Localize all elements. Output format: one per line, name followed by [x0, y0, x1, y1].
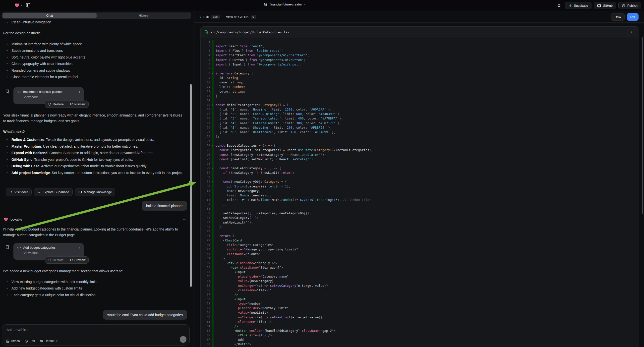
file-header[interactable]: src/components/budget/BudgetCategories.t…: [201, 27, 639, 38]
line-number: 34: [203, 189, 210, 193]
code-line: 58 <Input: [203, 297, 639, 302]
view-on-github-button[interactable]: View on GitHub G: [226, 15, 256, 19]
chat-scrollbar[interactable]: [190, 84, 192, 287]
code-line: 45 <ChartCard: [203, 238, 639, 243]
nav-feature-list: Clean, intuitive navigation: [3, 19, 188, 26]
sidebar-toggle-button[interactable]: [25, 2, 31, 8]
github-button[interactable]: GitHub: [594, 2, 616, 9]
restore-button[interactable]: Restore: [45, 101, 67, 108]
code-scrollbar[interactable]: [642, 37, 643, 214]
supabase-label: Supabase: [574, 4, 588, 8]
code-line: 48 className="h-auto": [203, 252, 639, 256]
code-line: 51 <div className="flex gap-4">: [203, 265, 639, 270]
line-number: 66: [203, 333, 210, 338]
preview-button[interactable]: Preview: [67, 257, 88, 263]
line-number: 54: [203, 279, 210, 283]
fold-chevron-icon[interactable]: ∨: [212, 103, 213, 107]
more-options-icon[interactable]: ⋯: [183, 217, 187, 222]
ready-paragraph: Your sleek financial planner is now read…: [3, 112, 186, 124]
code-line: 49 >: [203, 256, 639, 261]
design-points-list: Minimalist interface with plenty of whit…: [3, 41, 188, 80]
supabase-button[interactable]: Supabase: [565, 2, 592, 9]
publish-button[interactable]: Publish: [618, 2, 641, 9]
code-line: 67 Add: [203, 338, 639, 342]
line-number: 30: [203, 170, 210, 175]
explore-supabase-button[interactable]: Explore Supabase: [34, 188, 72, 196]
view-code-link[interactable]: View code: [24, 251, 80, 255]
line-number: 36: [203, 198, 210, 202]
attach-button[interactable]: Attach: [6, 339, 20, 343]
chevron-right-icon: ›: [79, 246, 80, 250]
bookmark-icon[interactable]: [6, 245, 10, 250]
code-line: 2import React from 'react';: [203, 44, 639, 48]
line-number: 42: [203, 225, 210, 229]
line-number: 28: [203, 162, 210, 166]
collapse-file-button[interactable]: ∧: [628, 29, 635, 36]
view-code-link[interactable]: View code: [24, 95, 80, 99]
line-number: 63: [203, 320, 210, 324]
app-window: ∨ financial-future-creator ∨ ⚙: [0, 0, 644, 347]
code-line: 5import { Button } from '@/components/ui…: [203, 58, 639, 62]
lovable-logo-menu[interactable]: ∨: [14, 3, 22, 8]
line-number: 18: [203, 116, 210, 121]
diff-toggle-button[interactable]: Diff: [627, 13, 638, 21]
line-number: 24∨: [203, 144, 210, 148]
edit-mode-button[interactable]: Edit: [25, 339, 35, 343]
list-item: Soft, neutral color palette with light b…: [3, 54, 188, 60]
preview-button[interactable]: Preview: [67, 101, 88, 108]
top-bar: ∨ financial-future-creator ∨ ⚙: [0, 0, 644, 11]
code-line: 63 className="flex-1": [203, 320, 639, 324]
tab-chat[interactable]: Chat: [2, 13, 96, 18]
fold-chevron-icon[interactable]: ∨: [212, 180, 213, 184]
send-arrow-icon: ↑: [182, 338, 184, 342]
assistant-name: Lovable: [10, 218, 22, 221]
exit-button[interactable]: ‹ Exit ESC: [200, 15, 220, 19]
line-number: 16: [203, 107, 210, 112]
line-number: 41: [203, 220, 210, 225]
code-line: 31: [203, 175, 639, 180]
line-number: 55: [203, 284, 210, 288]
bookmark-icon[interactable]: [6, 89, 10, 94]
visit-docs-button[interactable]: Visit docs: [6, 188, 32, 196]
line-number: 9: [203, 76, 210, 80]
project-title: financial-future-creator: [270, 2, 302, 6]
list-item: Add new budget categories with custom li…: [3, 285, 188, 292]
code-line: 27 const [newLimit, setNewLimit] = React…: [203, 157, 639, 162]
fold-chevron-icon[interactable]: ∨: [212, 144, 213, 148]
chat-bubble-icon: [37, 190, 40, 194]
code-line: 29∨ const handleAddCategory = () => {: [203, 166, 639, 170]
project-switcher[interactable]: financial-future-creator ∨: [264, 2, 306, 6]
code-panel: ‹ Exit ESC View on GitHub G Raw Diff src…: [194, 0, 644, 347]
settings-button[interactable]: ⚙: [555, 2, 563, 9]
model-selector[interactable]: Default ∨: [40, 339, 58, 343]
line-number: 20: [203, 126, 210, 130]
fold-chevron-icon[interactable]: ∨: [212, 166, 213, 170]
code-line: 59 type="number": [203, 302, 639, 306]
code-line: 3import { Plus } from 'lucide-react';: [203, 48, 639, 53]
aesthetic-heading: For the design aesthetic:: [3, 30, 186, 36]
code-line: 19 { id: '4', name: 'Entertainment', lim…: [203, 121, 639, 126]
publish-label: Publish: [627, 4, 638, 8]
help-paragraph: I'll help you add budget categories to t…: [3, 226, 186, 238]
line-number: 48: [203, 252, 210, 256]
chat-history-tabbar: Chat History: [2, 12, 191, 19]
file-added-icon: [204, 30, 208, 34]
code-line: 13}: [203, 94, 639, 98]
send-button[interactable]: ↑: [180, 336, 186, 343]
code-line: 30 if (!newCategory || !newLimit) return…: [203, 170, 639, 175]
line-number: 60: [203, 306, 210, 310]
fold-chevron-icon[interactable]: ∨: [212, 71, 213, 76]
raw-toggle-button[interactable]: Raw: [611, 13, 624, 21]
restore-preview-pill: Restore Preview: [45, 100, 88, 108]
list-item: Refine & Customize: Tweak the design, an…: [3, 137, 188, 143]
code-line: 55 onChange={(e) => setNewCategory(e.tar…: [203, 284, 639, 288]
restore-button[interactable]: Restore: [45, 257, 67, 263]
code-line: 57 />: [203, 292, 639, 297]
tab-history[interactable]: History: [96, 13, 191, 18]
code-line: 34 name: newCategory,: [203, 189, 639, 193]
line-number: 23: [203, 139, 210, 144]
line-number: 31: [203, 175, 210, 180]
manage-knowledge-button[interactable]: Manage knowledge: [75, 188, 116, 196]
added-paragraph: I've added a new budget categories manag…: [3, 268, 186, 274]
chat-input-box[interactable]: Ask Lovable... Attach Edit Default ∨ ↑: [2, 324, 190, 346]
